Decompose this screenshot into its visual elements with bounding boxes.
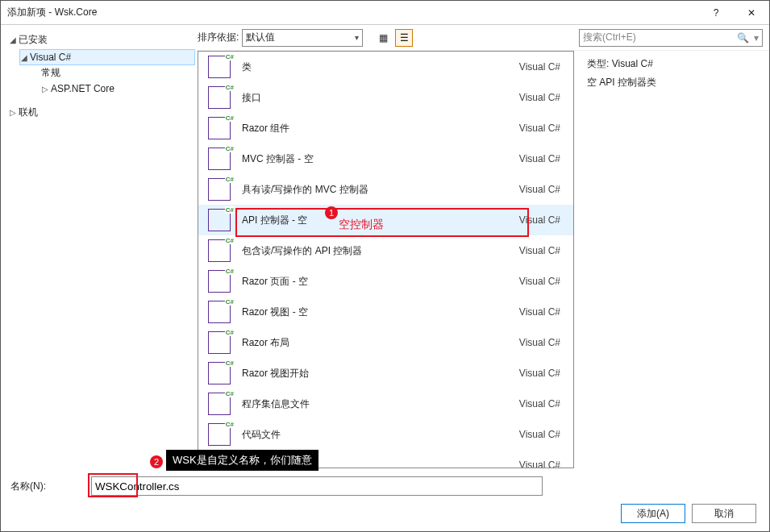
template-item[interactable]: Razor 布局Visual C#	[198, 327, 573, 358]
template-lang: Visual C#	[519, 61, 564, 73]
template-item[interactable]: Razor 视图开始Visual C#	[198, 358, 573, 389]
template-item[interactable]: 代码文件Visual C#	[198, 419, 573, 450]
template-name: API 控制器 - 空	[242, 214, 513, 227]
cancel-button[interactable]: 取消	[692, 504, 756, 523]
template-name: MVC 控制器 - 空	[242, 152, 513, 166]
template-icon	[208, 209, 231, 231]
detail-type-value: Visual C#	[612, 58, 653, 69]
sort-dropdown[interactable]: 默认值	[242, 29, 363, 47]
template-name: 程序集信息文件	[242, 397, 513, 411]
template-lang: Visual C#	[519, 123, 564, 134]
template-item[interactable]: Razor 视图 - 空Visual C#	[198, 297, 573, 327]
template-lang: Visual C#	[519, 306, 564, 318]
sort-label: 排序依据:	[198, 31, 239, 44]
template-icon	[208, 56, 231, 78]
template-icon	[208, 270, 231, 293]
template-lang: Visual C#	[519, 337, 564, 348]
view-grid-button[interactable]: ▦	[374, 29, 392, 47]
template-lang: Visual C#	[519, 276, 564, 287]
template-name: 类	[242, 60, 513, 74]
template-icon	[208, 178, 231, 201]
annotation-tooltip-2: WSK是自定义名称，你们随意	[166, 450, 318, 471]
template-lang: Visual C#	[519, 459, 564, 468]
template-item[interactable]: Razor 组件Visual C#	[198, 113, 573, 143]
tree-online[interactable]: ▷联机	[9, 102, 194, 123]
template-name: 包含读/写操作的 API 控制器	[242, 244, 513, 258]
category-tree: ◢已安装 ◢Visual C# 常规 ▷ASP.NET Core ▷联机	[1, 25, 194, 468]
view-list-button[interactable]: ☰	[395, 29, 413, 47]
tree-item-visual-csharp[interactable]: ◢Visual C#	[20, 50, 194, 64]
help-button[interactable]: ?	[698, 1, 734, 25]
template-item[interactable]: API 控制器 - 空Visual C#	[198, 205, 573, 235]
template-name: Razor 页面 - 空	[242, 275, 513, 289]
template-lang: Visual C#	[519, 184, 564, 195]
tree-item-aspnetcore[interactable]: ▷ASP.NET Core	[41, 81, 194, 96]
template-icon	[208, 239, 231, 262]
template-lang: Visual C#	[519, 368, 564, 379]
annotation-marker-1: 1	[325, 206, 338, 219]
add-button[interactable]: 添加(A)	[621, 504, 685, 523]
tree-item-general[interactable]: 常规	[41, 64, 194, 81]
template-name: Razor 视图开始	[242, 367, 513, 380]
detail-description: 空 API 控制器类	[587, 76, 763, 89]
template-lang: Visual C#	[519, 214, 564, 226]
template-name: 具有读/写操作的 MVC 控制器	[242, 183, 513, 197]
template-icon	[208, 393, 231, 415]
template-lang: Visual C#	[519, 92, 564, 103]
annotation-marker-2: 2	[150, 455, 163, 468]
template-item[interactable]: MVC 控制器 - 空Visual C#	[198, 143, 573, 174]
name-input[interactable]	[91, 476, 543, 496]
template-icon	[208, 423, 231, 446]
template-icon	[208, 331, 231, 354]
detail-pane: 类型: Visual C# 空 API 控制器类	[577, 51, 769, 468]
detail-type-label: 类型:	[587, 58, 609, 69]
template-icon	[208, 148, 231, 170]
template-item[interactable]: 接口Visual C#	[198, 82, 573, 113]
template-name: 代码文件	[242, 428, 513, 442]
template-list[interactable]: 类Visual C#接口Visual C#Razor 组件Visual C#MV…	[198, 51, 574, 468]
window-title: 添加新项 - Wsk.Core	[7, 6, 698, 19]
template-lang: Visual C#	[519, 429, 564, 440]
template-name: 接口	[242, 91, 513, 105]
search-input[interactable]: 搜索(Ctrl+E) 🔍 ▾	[579, 29, 763, 47]
tree-installed[interactable]: ◢已安装	[9, 30, 194, 50]
template-name: Razor 组件	[242, 122, 513, 135]
template-icon	[208, 362, 231, 384]
template-lang: Visual C#	[519, 398, 564, 409]
close-button[interactable]: ✕	[734, 1, 769, 25]
title-bar: 添加新项 - Wsk.Core ? ✕	[1, 1, 769, 25]
template-name: Razor 布局	[242, 336, 513, 350]
template-item[interactable]: 具有读/写操作的 MVC 控制器Visual C#	[198, 174, 573, 205]
template-icon	[208, 86, 231, 109]
toolbar: 排序依据: 默认值 ▦ ☰ 搜索(Ctrl+E) 🔍 ▾	[194, 25, 769, 51]
template-icon	[208, 301, 231, 323]
template-name: Razor 视图 - 空	[242, 305, 513, 319]
name-label: 名称(N):	[10, 480, 91, 493]
template-item[interactable]: 程序集信息文件Visual C#	[198, 389, 573, 419]
template-lang: Visual C#	[519, 153, 564, 164]
bottom-bar: 名称(N): 添加(A) 取消	[1, 468, 769, 531]
template-item[interactable]: Razor 页面 - 空Visual C#	[198, 266, 573, 297]
template-lang: Visual C#	[519, 245, 564, 256]
search-icon: 🔍	[737, 32, 749, 44]
template-item[interactable]: 包含读/写操作的 API 控制器Visual C#	[198, 235, 573, 266]
template-item[interactable]: 类Visual C#	[198, 52, 573, 82]
template-icon	[208, 117, 231, 139]
